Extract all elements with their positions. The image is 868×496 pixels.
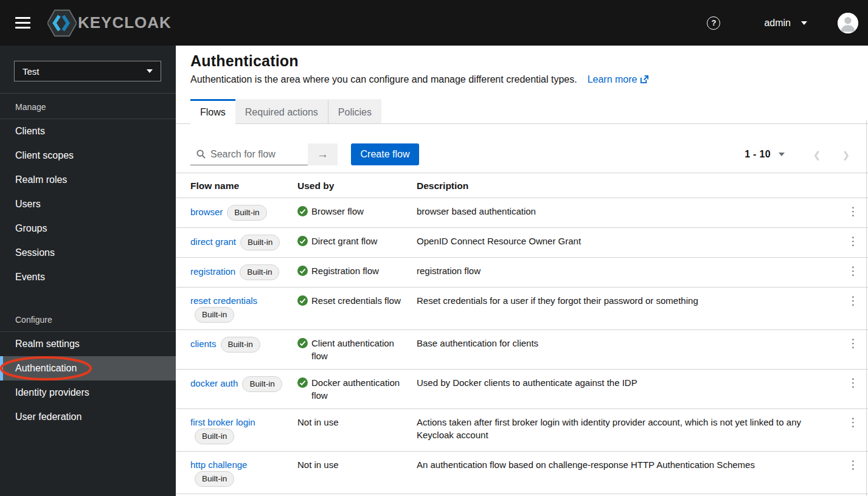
flow-name-content: reset credentialsBuilt-in (190, 295, 257, 319)
sidebar: Test ManageClientsClient scopesRealm rol… (0, 46, 176, 496)
flow-link-reset-credentials[interactable]: reset credentials (190, 295, 257, 306)
flow-name-cell: http challengeBuilt-in (176, 452, 297, 494)
sidebar-item-realm-roles[interactable]: Realm roles (0, 168, 176, 192)
sidebar-item-clients[interactable]: Clients (0, 119, 176, 143)
row-kebab-button[interactable]: ⋮ (834, 330, 868, 349)
built-in-badge: Built-in (242, 376, 282, 392)
flow-name-cell: reset credentialsBuilt-in (176, 288, 297, 329)
nav-section-title-manage: Manage (0, 94, 176, 119)
success-check-icon (297, 295, 308, 306)
toolbar: → Create flow 1 - 10 ❮ ❯ (176, 124, 868, 173)
table-row-reset-credentials: reset credentialsBuilt-inReset credentia… (176, 288, 868, 330)
row-kebab-button[interactable]: ⋮ (834, 370, 868, 388)
flow-name-cell: clientsBuilt-in (176, 330, 297, 369)
used-by-cell: Not in use (297, 409, 417, 451)
description-cell: OpenID Connect Resource Owner Grant (417, 228, 834, 257)
help-icon[interactable]: ? (707, 16, 720, 30)
tab-policies[interactable]: Policies (328, 99, 381, 123)
flow-name-content: docker authBuilt-in (190, 378, 282, 388)
flow-link-direct-grant[interactable]: direct grant (190, 236, 236, 247)
page-description: Authentication is the area where you can… (190, 74, 577, 84)
table-header-row: Flow name Used by Description (176, 173, 868, 198)
row-kebab-button[interactable]: ⋮ (834, 288, 868, 306)
row-kebab-button[interactable]: ⋮ (834, 258, 868, 277)
tab-flows[interactable]: Flows (190, 99, 235, 124)
description-cell: Reset credentials for a user if they for… (417, 288, 834, 329)
sidebar-item-identity-providers[interactable]: Identity providers (0, 381, 176, 405)
sidebar-item-users[interactable]: Users (0, 192, 176, 216)
column-header-description: Description (417, 173, 834, 198)
flow-name-content: clientsBuilt-in (190, 339, 260, 349)
row-kebab-button[interactable]: ⋮ (834, 452, 868, 470)
flow-link-first-broker-login[interactable]: first broker login (190, 417, 255, 427)
sidebar-item-label: Groups (15, 223, 47, 234)
external-link-icon (641, 75, 648, 83)
row-kebab-button[interactable]: ⋮ (834, 228, 868, 247)
search-input[interactable] (210, 149, 308, 160)
flow-link-clients[interactable]: clients (190, 339, 217, 349)
built-in-badge: Built-in (240, 235, 280, 250)
menu-icon[interactable] (15, 14, 30, 32)
built-in-badge: Built-in (227, 205, 266, 221)
create-flow-button[interactable]: Create flow (351, 143, 419, 165)
row-kebab-button[interactable]: ⋮ (834, 198, 868, 217)
flow-name-cell: browserBuilt-in (176, 198, 297, 227)
flows-table: Flow name Used by Description browserBui… (176, 173, 868, 496)
top-bar: KEYCLOAK ? admin (0, 0, 868, 46)
flow-name-content: direct grantBuilt-in (190, 236, 280, 247)
table-row-docker-auth: docker authBuilt-inDocker authentication… (176, 370, 868, 409)
sidebar-item-authentication[interactable]: Authentication (0, 356, 176, 381)
sidebar-item-label: Realm settings (15, 339, 80, 350)
flow-link-docker-auth[interactable]: docker auth (190, 378, 238, 388)
sidebar-item-label: Realm roles (15, 174, 67, 185)
avatar[interactable] (838, 13, 858, 33)
used-by-cell: Docker authentication flow (297, 370, 417, 408)
row-kebab-button[interactable]: ⋮ (834, 409, 868, 428)
sidebar-item-client-scopes[interactable]: Client scopes (0, 143, 176, 168)
sidebar-item-realm-settings[interactable]: Realm settings (0, 332, 176, 356)
chevron-down-icon (801, 21, 807, 25)
description-cell: An authentication flow based on challeng… (417, 452, 834, 494)
realm-name: Test (23, 66, 40, 77)
column-header-actions (834, 173, 868, 198)
table-row-first-broker-login: first broker loginBuilt-inNot in useActi… (176, 409, 868, 452)
sidebar-item-user-federation[interactable]: User federation (0, 405, 176, 429)
success-check-icon (297, 206, 308, 216)
used-by-cell: Client authentication flow (297, 330, 417, 369)
sidebar-item-label: User federation (15, 412, 82, 422)
description-cell: registration flow (417, 258, 834, 287)
learn-more-label: Learn more (588, 74, 637, 84)
content-right-border (866, 120, 867, 496)
pagination-prev-button[interactable]: ❮ (813, 150, 821, 159)
pagination-menu-toggle[interactable] (779, 153, 785, 156)
built-in-badge: Built-in (195, 471, 234, 487)
flow-name-cell: direct grantBuilt-in (176, 228, 297, 257)
table-row-http-challenge: http challengeBuilt-inNot in useAn authe… (176, 452, 868, 494)
flow-name-content: first broker loginBuilt-in (190, 417, 255, 441)
used-by-cell: Browser flow (297, 198, 417, 227)
user-menu[interactable]: admin (764, 18, 807, 29)
pagination-next-button[interactable]: ❯ (842, 150, 850, 159)
keycloak-hexagon-icon (47, 9, 77, 37)
sidebar-item-sessions[interactable]: Sessions (0, 241, 176, 265)
used-by-label: Direct grant flow (311, 235, 377, 247)
learn-more-link[interactable]: Learn more (588, 74, 648, 84)
flow-link-browser[interactable]: browser (190, 207, 223, 217)
sidebar-item-label: Sessions (15, 247, 55, 258)
table-body: browserBuilt-inBrowser flowbrowser based… (176, 198, 868, 496)
built-in-badge: Built-in (221, 337, 260, 353)
sidebar-item-groups[interactable]: Groups (0, 216, 176, 241)
flow-name-content: registrationBuilt-in (190, 266, 279, 277)
realm-switcher[interactable]: Test (14, 61, 161, 81)
flow-link-http-challenge[interactable]: http challenge (190, 460, 247, 470)
sidebar-item-label: Users (15, 199, 41, 210)
page-title: Authentication (190, 52, 853, 70)
used-by-label: Registration flow (311, 264, 379, 277)
sidebar-item-events[interactable]: Events (0, 265, 176, 289)
flow-name-content: http challengeBuilt-in (190, 460, 247, 483)
tab-bar: FlowsRequired actionsPolicies (176, 99, 868, 124)
used-by-cell: Registration flow (297, 258, 417, 287)
search-submit-button[interactable]: → (308, 143, 338, 165)
tab-required-actions[interactable]: Required actions (235, 99, 328, 123)
flow-link-registration[interactable]: registration (190, 266, 235, 277)
